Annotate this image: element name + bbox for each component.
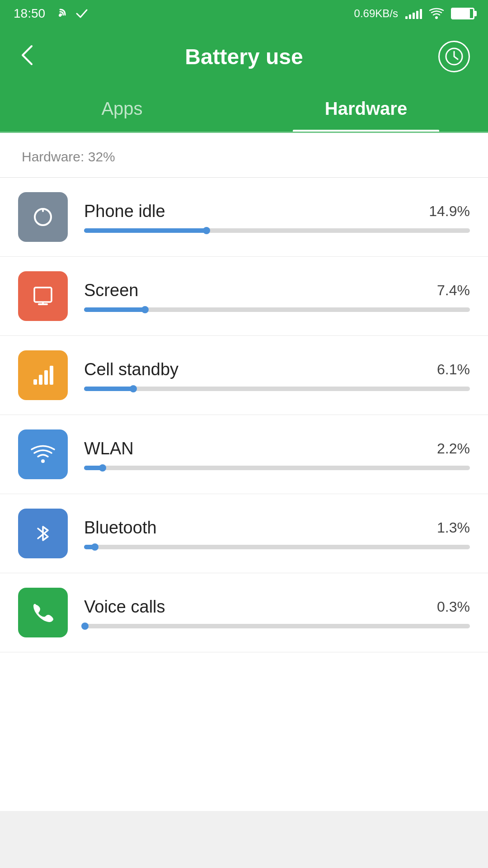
- clock-icon: [445, 47, 464, 66]
- hardware-percentage-label: Hardware: 32%: [0, 133, 488, 177]
- history-button[interactable]: [438, 41, 470, 72]
- signal-bars-icon: [405, 8, 422, 19]
- svg-rect-9: [39, 375, 42, 385]
- progress-bar-fill: [84, 387, 134, 391]
- wlan-icon: [18, 429, 68, 479]
- progress-bar-bg: [84, 624, 470, 628]
- item-name: WLAN: [84, 439, 134, 458]
- svg-rect-11: [50, 366, 53, 385]
- svg-point-0: [59, 14, 61, 17]
- page-title: Battery use: [185, 44, 303, 69]
- progress-bar-bg: [84, 228, 470, 233]
- list-item[interactable]: Screen 7.4%: [0, 257, 488, 336]
- status-bar: 18:50 0.69KB/s: [0, 0, 488, 27]
- progress-bar-bg: [84, 307, 470, 312]
- app-header: Battery use: [0, 27, 488, 86]
- progress-bar-bg: [84, 545, 470, 549]
- svg-rect-10: [44, 370, 48, 385]
- tab-apps[interactable]: Apps: [0, 86, 244, 132]
- item-percentage: 14.9%: [429, 203, 470, 220]
- bottom-area: [0, 811, 488, 868]
- cell-standby-icon: [18, 350, 68, 400]
- list-item[interactable]: Bluetooth 1.3%: [0, 494, 488, 573]
- tab-bar: Apps Hardware: [0, 86, 488, 133]
- signal-sweep-icon: [52, 7, 68, 20]
- list-item[interactable]: Voice calls 0.3%: [0, 573, 488, 652]
- app-icon: [75, 7, 89, 20]
- network-speed: 0.69KB/s: [354, 7, 398, 20]
- progress-bar-fill: [84, 307, 146, 312]
- svg-rect-8: [33, 379, 37, 385]
- screen-info: Screen 7.4%: [84, 281, 470, 312]
- item-percentage: 7.4%: [437, 282, 470, 299]
- svg-rect-6: [38, 303, 48, 305]
- screen-icon: [18, 271, 68, 321]
- item-name: Phone idle: [84, 202, 165, 221]
- back-button[interactable]: [18, 42, 36, 72]
- bluetooth-info: Bluetooth 1.3%: [84, 518, 470, 549]
- svg-rect-5: [34, 288, 52, 302]
- progress-bar-bg: [84, 466, 470, 470]
- item-percentage: 0.3%: [437, 599, 470, 615]
- wifi-icon: [429, 7, 444, 20]
- item-name: Screen: [84, 281, 138, 300]
- svg-point-1: [435, 16, 438, 19]
- item-name: Cell standby: [84, 360, 178, 379]
- status-left: 18:50: [14, 6, 89, 21]
- phone-idle-info: Phone idle 14.9%: [84, 202, 470, 233]
- progress-bar-fill: [84, 545, 96, 549]
- battery-icon: [451, 8, 474, 19]
- main-content: Hardware: 32% Phone idle 14.9%: [0, 133, 488, 811]
- item-name: Voice calls: [84, 597, 165, 617]
- item-name: Bluetooth: [84, 518, 157, 538]
- time-display: 18:50: [14, 6, 45, 21]
- voice-calls-icon: [18, 588, 68, 637]
- phone-idle-icon: [18, 192, 68, 242]
- progress-bar-bg: [84, 387, 470, 391]
- progress-bar-fill: [84, 466, 103, 470]
- progress-bar-fill: [84, 228, 207, 233]
- cell-standby-info: Cell standby 6.1%: [84, 360, 470, 391]
- wlan-info: WLAN 2.2%: [84, 439, 470, 470]
- item-percentage: 1.3%: [437, 519, 470, 536]
- bluetooth-icon: [18, 509, 68, 558]
- status-right: 0.69KB/s: [354, 7, 474, 20]
- item-percentage: 6.1%: [437, 361, 470, 378]
- list-item[interactable]: WLAN 2.2%: [0, 415, 488, 494]
- item-percentage: 2.2%: [437, 440, 470, 457]
- tab-hardware[interactable]: Hardware: [244, 86, 488, 132]
- progress-bar-fill: [84, 624, 86, 628]
- svg-point-12: [41, 459, 45, 463]
- list-item[interactable]: Phone idle 14.9%: [0, 178, 488, 257]
- list-item[interactable]: Cell standby 6.1%: [0, 336, 488, 415]
- voice-calls-info: Voice calls 0.3%: [84, 597, 470, 628]
